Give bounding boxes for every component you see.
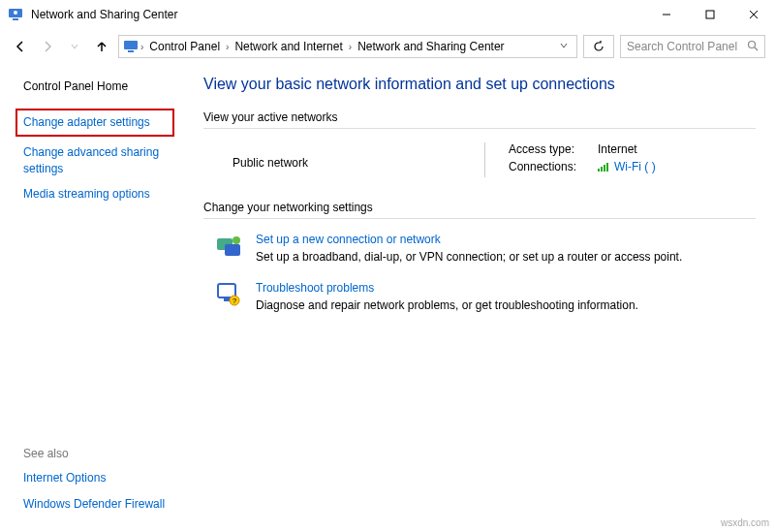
wifi-signal-icon bbox=[598, 163, 608, 172]
network-center-icon bbox=[8, 7, 23, 22]
sidebar: Control Panel Home Change adapter settin… bbox=[0, 64, 186, 532]
media-streaming-options-link[interactable]: Media streaming options bbox=[23, 186, 178, 203]
svg-rect-8 bbox=[128, 50, 134, 52]
window-title: Network and Sharing Center bbox=[31, 8, 177, 21]
network-center-icon bbox=[123, 39, 139, 54]
minimize-button[interactable] bbox=[644, 0, 688, 29]
address-dropdown-icon[interactable] bbox=[559, 40, 569, 53]
forward-button[interactable] bbox=[37, 36, 58, 57]
svg-rect-7 bbox=[124, 41, 138, 49]
navbar: › Control Panel › Network and Internet ›… bbox=[0, 29, 775, 64]
network-name: Public network bbox=[232, 156, 484, 170]
maximize-button[interactable] bbox=[688, 0, 731, 29]
change-adapter-settings-link[interactable]: Change adapter settings bbox=[23, 114, 167, 131]
address-bar[interactable]: › Control Panel › Network and Internet ›… bbox=[118, 35, 577, 58]
change-advanced-sharing-link[interactable]: Change advanced sharing settings bbox=[23, 144, 178, 177]
wifi-connection-link[interactable]: Wi-Fi ( ) bbox=[598, 160, 656, 173]
recent-dropdown[interactable] bbox=[64, 36, 85, 57]
svg-rect-4 bbox=[706, 11, 714, 18]
change-settings-label: Change your networking settings bbox=[203, 201, 756, 214]
task-troubleshoot: ? Troubleshoot problems Diagnose and rep… bbox=[215, 281, 756, 312]
svg-rect-12 bbox=[225, 244, 240, 256]
search-icon bbox=[747, 40, 759, 54]
breadcrumb-network-sharing[interactable]: Network and Sharing Center bbox=[354, 40, 508, 53]
troubleshoot-icon: ? bbox=[215, 281, 242, 308]
close-button[interactable] bbox=[731, 0, 775, 29]
window-controls bbox=[644, 0, 775, 29]
svg-point-13 bbox=[232, 236, 240, 244]
chevron-right-icon[interactable]: › bbox=[226, 42, 229, 52]
page-title: View your basic network information and … bbox=[203, 76, 756, 93]
svg-point-2 bbox=[14, 11, 17, 15]
access-type-key: Access type: bbox=[509, 142, 590, 156]
control-panel-home-link[interactable]: Control Panel Home bbox=[23, 79, 178, 93]
task-setup-desc: Set up a broadband, dial-up, or VPN conn… bbox=[256, 250, 682, 264]
chevron-right-icon[interactable]: › bbox=[140, 42, 143, 52]
back-button[interactable] bbox=[10, 36, 31, 57]
task-setup-title[interactable]: Set up a new connection or network bbox=[256, 233, 682, 246]
task-troubleshoot-title[interactable]: Troubleshoot problems bbox=[256, 281, 638, 295]
svg-text:?: ? bbox=[232, 297, 237, 305]
breadcrumb-control-panel[interactable]: Control Panel bbox=[145, 40, 224, 53]
svg-rect-15 bbox=[224, 298, 230, 301]
svg-line-10 bbox=[755, 47, 758, 50]
windows-defender-firewall-link[interactable]: Windows Defender Firewall bbox=[23, 496, 178, 513]
task-setup-connection: Set up a new connection or network Set u… bbox=[215, 233, 756, 264]
svg-rect-1 bbox=[13, 18, 18, 20]
search-placeholder: Search Control Panel bbox=[627, 40, 737, 53]
source-note: wsxdn.com bbox=[721, 517, 769, 528]
setup-connection-icon bbox=[215, 233, 242, 260]
see-also-label: See also bbox=[23, 447, 178, 460]
chevron-right-icon[interactable]: › bbox=[349, 42, 352, 52]
highlighted-link: Change adapter settings bbox=[16, 109, 174, 137]
task-troubleshoot-desc: Diagnose and repair network problems, or… bbox=[256, 298, 638, 312]
connections-key: Connections: bbox=[509, 160, 590, 173]
internet-options-link[interactable]: Internet Options bbox=[23, 470, 178, 486]
see-also: See also Internet Options Windows Defend… bbox=[23, 447, 178, 513]
breadcrumb-network-internet[interactable]: Network and Internet bbox=[231, 40, 346, 53]
search-input[interactable]: Search Control Panel bbox=[620, 35, 765, 58]
active-network: Public network Access type: Internet Con… bbox=[232, 142, 756, 177]
main-panel: View your basic network information and … bbox=[186, 64, 775, 532]
access-type-value: Internet bbox=[598, 142, 637, 156]
svg-point-9 bbox=[749, 41, 756, 47]
up-button[interactable] bbox=[91, 36, 112, 57]
refresh-button[interactable] bbox=[583, 35, 614, 58]
active-networks-label: View your active networks bbox=[203, 110, 756, 124]
titlebar: Network and Sharing Center bbox=[0, 0, 775, 29]
